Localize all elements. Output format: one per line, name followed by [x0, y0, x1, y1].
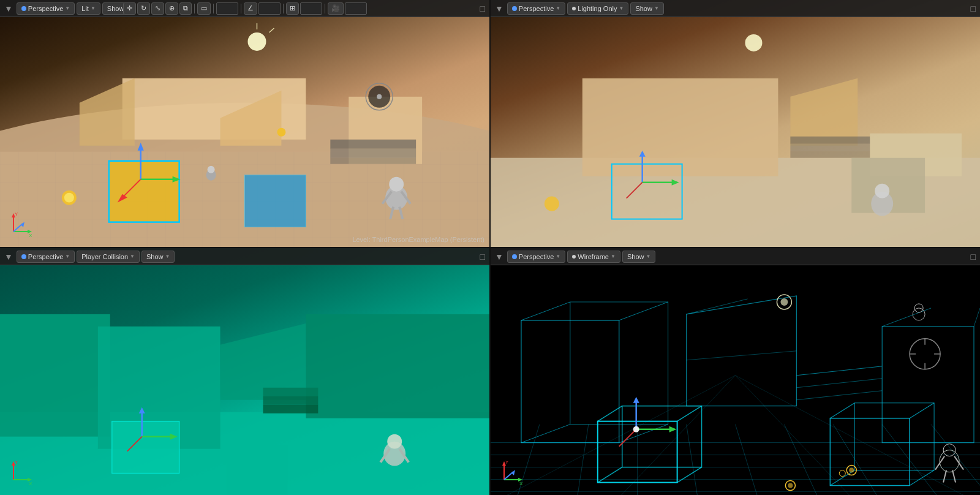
- vp3-perspective-label: Perspective: [28, 253, 63, 260]
- svg-point-29: [62, 191, 77, 205]
- vp4-minimize-btn[interactable]: ▼: [493, 252, 505, 261]
- viewport-top-left[interactable]: ▼ Perspective ▼ Lit ▼ Show ▼ ✛ ↻ ⤡ ⊕ ⧉: [0, 0, 489, 247]
- svg-marker-48: [790, 78, 858, 146]
- svg-line-126: [598, 406, 622, 421]
- vp1-maximize-btn[interactable]: □: [478, 4, 487, 13]
- svg-point-21: [385, 186, 407, 210]
- svg-text:Y: Y: [15, 211, 18, 217]
- vp4-show-btn[interactable]: Show ▼: [622, 251, 655, 263]
- svg-point-154: [785, 481, 795, 491]
- svg-rect-65: [0, 314, 110, 437]
- svg-rect-66: [98, 327, 221, 449]
- vp1-camera-icon[interactable]: 🎥: [328, 2, 344, 15]
- svg-rect-110: [521, 320, 619, 443]
- svg-text:Y: Y: [505, 459, 509, 465]
- vp3-perspective-dot: [21, 254, 26, 259]
- viewport-bottom-right[interactable]: ▼ Perspective ▼ Wireframe ▼ Show ▼ □: [491, 248, 980, 495]
- svg-line-17: [123, 179, 141, 198]
- svg-rect-7: [349, 97, 422, 164]
- vp4-toolbar: ▼ Perspective ▼ Wireframe ▼ Show ▼ □: [491, 248, 980, 265]
- svg-rect-72: [112, 421, 179, 474]
- svg-point-144: [943, 444, 956, 456]
- vp2-perspective-arrow: ▼: [556, 6, 560, 11]
- vp2-show-btn[interactable]: Show ▼: [630, 2, 663, 15]
- svg-rect-79: [227, 446, 288, 495]
- vp3-show-btn[interactable]: Show ▼: [141, 251, 175, 263]
- svg-marker-18: [118, 194, 127, 203]
- vp1-scale-input[interactable]: 0,25: [300, 2, 322, 15]
- svg-rect-50: [790, 137, 870, 144]
- vp3-collision-btn[interactable]: Player Collision ▼: [77, 251, 140, 263]
- vp2-perspective-btn[interactable]: Perspective ▼: [507, 2, 565, 15]
- vp1-snap-icon[interactable]: ⧉: [179, 2, 192, 15]
- svg-text:Y: Y: [15, 459, 18, 465]
- vp3-minimize-btn[interactable]: ▼: [2, 252, 15, 261]
- vp2-maximize-btn[interactable]: □: [969, 4, 978, 13]
- svg-marker-134: [669, 426, 677, 433]
- vp1-transform-icon[interactable]: ⊕: [165, 2, 178, 15]
- viewport-grid: ▼ Perspective ▼ Lit ▼ Show ▼ ✛ ↻ ⤡ ⊕ ⧉: [0, 0, 980, 495]
- svg-rect-52: [790, 151, 870, 158]
- vp2-lighting-arrow: ▼: [619, 6, 624, 11]
- svg-line-139: [910, 403, 934, 418]
- vp1-grid-size-input[interactable]: 50: [216, 2, 238, 15]
- svg-rect-122: [882, 327, 974, 443]
- svg-line-119: [796, 366, 882, 376]
- vp1-camera-speed-input[interactable]: 4: [345, 2, 367, 15]
- svg-line-23: [382, 192, 391, 204]
- svg-point-153: [839, 470, 845, 477]
- vp4-wireframe-btn[interactable]: Wireframe ▼: [567, 251, 620, 263]
- vp2-minimize-btn[interactable]: ▼: [493, 4, 505, 13]
- vp1-minimize-btn[interactable]: ▼: [2, 4, 15, 13]
- svg-marker-5: [80, 78, 135, 146]
- svg-point-63: [745, 34, 762, 51]
- svg-point-60: [871, 192, 893, 216]
- svg-line-145: [935, 456, 944, 470]
- vp1-axes: Y X: [7, 210, 35, 238]
- svg-line-98: [576, 425, 589, 495]
- vp1-rotate-icon[interactable]: ↻: [137, 2, 150, 15]
- svg-rect-71: [263, 405, 318, 414]
- svg-line-103: [833, 425, 882, 495]
- svg-marker-67: [221, 323, 306, 400]
- vp3-perspective-btn[interactable]: Perspective ▼: [17, 251, 75, 263]
- svg-line-102: [784, 425, 821, 495]
- svg-point-61: [875, 184, 889, 198]
- vp1-translate-icon[interactable]: ✛: [123, 2, 136, 15]
- svg-rect-12: [109, 161, 179, 222]
- vp1-scale-icon[interactable]: ⤡: [151, 2, 164, 15]
- svg-line-104: [882, 425, 943, 495]
- svg-point-157: [780, 298, 788, 306]
- svg-line-147: [943, 470, 946, 483]
- vp4-perspective-dot: [512, 254, 517, 259]
- svg-point-27: [206, 170, 216, 181]
- vp1-scale-snap-icon[interactable]: ⊞: [286, 2, 299, 15]
- vp3-maximize-btn[interactable]: □: [478, 252, 487, 261]
- vp2-lighting-btn[interactable]: Lighting Only ▼: [567, 2, 628, 15]
- svg-line-118: [687, 351, 797, 360]
- viewport-top-right[interactable]: ▼ Perspective ▼ Lighting Only ▼ Show ▼ □: [491, 0, 980, 247]
- vp1-show-label: Show: [107, 5, 124, 12]
- svg-rect-68: [306, 314, 489, 418]
- vp1-angle-snap-icon[interactable]: ∠: [244, 2, 257, 15]
- svg-rect-46: [491, 158, 980, 247]
- svg-point-80: [383, 442, 405, 466]
- svg-rect-73: [112, 421, 179, 474]
- vp1-lit-btn[interactable]: Lit ▼: [77, 2, 100, 15]
- vp2-show-arrow: ▼: [654, 6, 659, 11]
- vp1-perspective-btn[interactable]: Perspective ▼: [17, 2, 75, 15]
- vp1-surface-icon[interactable]: ▭: [197, 2, 211, 15]
- svg-line-141: [910, 470, 934, 486]
- svg-text:X: X: [519, 481, 523, 486]
- viewport-bottom-left[interactable]: ▼ Perspective ▼ Player Collision ▼ Show …: [0, 248, 489, 495]
- svg-marker-57: [672, 179, 679, 186]
- vp4-perspective-btn[interactable]: Perspective ▼: [507, 251, 565, 263]
- svg-line-146: [954, 456, 963, 470]
- svg-line-140: [830, 470, 854, 486]
- svg-marker-4: [123, 78, 306, 140]
- vp4-maximize-btn[interactable]: □: [969, 252, 978, 261]
- svg-text:X: X: [29, 481, 32, 486]
- vp3-show-label: Show: [146, 253, 164, 260]
- vp1-angle-input[interactable]: 10°: [258, 2, 281, 15]
- svg-point-152: [849, 468, 854, 473]
